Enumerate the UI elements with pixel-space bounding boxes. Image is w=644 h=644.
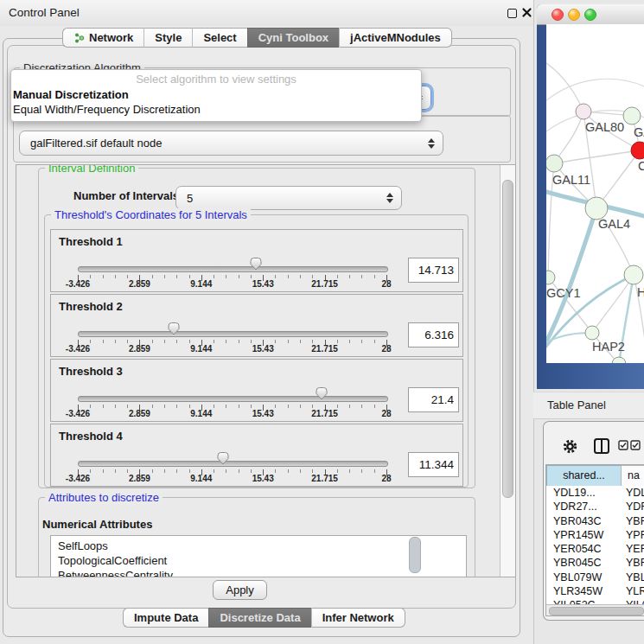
table-cell[interactable]: YDR27... [553,500,597,513]
tab-discretize-data[interactable]: Discretize Data [208,608,310,628]
algorithm-option-manual-discretization[interactable]: Manual Discretization [11,87,421,102]
table-cell[interactable]: YDR27 [626,500,644,513]
table-cell[interactable]: YLR34 [626,584,644,598]
checkbox-checked-icon[interactable] [618,440,628,450]
threshold-panel: Threshold 1 -3.4262.8599.14415.4321.7152… [50,229,463,292]
checkbox-checked-icon[interactable] [630,440,641,450]
tick-mark [239,340,239,343]
threshold-slider-thumb[interactable] [215,450,231,466]
table-cell[interactable]: YPR14 [626,528,644,542]
algorithm-option-equal-width-frequency-discretization[interactable]: Equal Width/Frequency Discretization [11,102,421,117]
tab-style[interactable]: Style [143,28,192,48]
table-cell[interactable]: YIL05 [626,598,644,604]
table-row[interactable]: YER054CYER05 [546,542,644,556]
node-label: C [638,159,644,173]
table-cell[interactable]: YLR345W [553,584,603,598]
split-view-icon[interactable] [593,437,610,455]
table-row[interactable]: YPR145WYPR14 [546,528,644,542]
attribute-item-betweennesscentrality[interactable]: BetweennessCentrality [51,568,466,577]
threshold-slider-track[interactable] [78,266,388,272]
tick-mark [189,405,190,408]
threshold-2-value-field[interactable]: 6.316 [408,322,459,348]
apply-button[interactable]: Apply [213,580,267,600]
tick-label: 21.715 [311,409,338,418]
tick-mark [115,275,116,278]
table-row[interactable]: YDL19...YDL19 [546,486,644,500]
table-cell[interactable]: YPR145W [553,528,603,542]
number-of-intervals-combo[interactable]: 5 [175,186,402,210]
table-cell[interactable]: YDL19 [626,486,644,500]
close-traffic-light[interactable] [552,9,564,21]
network-node[interactable] [576,104,591,119]
network-node[interactable] [546,271,555,284]
vertical-scrollbar-thumb[interactable] [502,180,513,498]
table-cell[interactable]: YBR04 [626,556,644,570]
horizontal-scrollbar-thumb[interactable] [549,607,644,615]
network-canvas[interactable]: GAL80GACGAL11GAL4GCY1HHAP2 [546,24,644,363]
table-cell[interactable]: YBR045C [553,556,602,570]
tick-mark [90,275,91,278]
gear-icon[interactable] [561,437,579,456]
close-icon[interactable] [521,7,532,18]
attributes-list-scrollbar-thumb[interactable] [409,537,421,573]
threshold-slider-track[interactable] [78,461,388,467]
threshold-3-value-field[interactable]: 21.4 [408,387,459,412]
node-label: GCY1 [546,286,581,300]
table-row[interactable]: YBR043CYBR04 [546,514,644,528]
threshold-slider-track[interactable] [78,396,388,402]
tick-label: 28 [381,409,391,418]
threshold-slider-thumb[interactable] [248,256,264,271]
minimize-traffic-light[interactable] [568,9,580,21]
float-window-icon[interactable] [507,9,517,18]
network-node[interactable] [585,326,599,340]
table-row[interactable]: YLR345WYLR34 [546,584,644,598]
algorithm-hint-item[interactable]: Select algorithm to view settings [11,70,421,87]
table-cell[interactable]: YIL052C [553,598,596,604]
network-node[interactable] [546,155,563,172]
tab-network[interactable]: Network [62,28,143,48]
table-cell[interactable]: YER054C [553,542,602,556]
threshold-4-value-field[interactable]: 11.344 [408,452,459,477]
tick-mark [189,469,190,473]
network-node[interactable] [624,265,643,284]
tick-mark [214,405,214,408]
tick-mark [127,275,128,278]
table-cell[interactable]: YBL079W [553,571,602,584]
threshold-1-value-field[interactable]: 14.713 [408,258,459,283]
table-data-combo-box[interactable]: galFiltered.sif default node [19,131,443,156]
tick-mark [226,275,226,278]
table-row[interactable]: YDR27...YDR27 [546,500,644,513]
horizontal-scrollbar-track[interactable] [546,604,644,616]
tick-mark [226,405,226,408]
network-node[interactable] [623,107,641,124]
table-cell[interactable]: YDL19... [553,486,596,500]
column-header-shared-name[interactable]: shared... [546,465,622,487]
tab-cyni-toolbox[interactable]: Cyni Toolbox [247,28,339,48]
table-cell[interactable]: YER05 [626,542,644,556]
network-node[interactable] [631,142,644,159]
tab-select[interactable]: Select [192,28,246,48]
column-header-name[interactable]: na [621,465,644,487]
table-cell[interactable]: YBL07 [626,571,644,584]
threshold-slider-track[interactable] [78,331,388,337]
algorithm-dropdown-popup: Select algorithm to view settings Manual… [10,69,422,122]
tab-jactivemnodules[interactable]: jActiveMNodules [339,28,452,48]
zoom-traffic-light[interactable] [584,9,596,21]
tab-label: Style [155,31,182,44]
tab-infer-network[interactable]: Infer Network [311,608,405,628]
tick-mark [349,340,350,343]
attribute-item-selfloops[interactable]: SelfLoops [51,536,466,553]
attribute-item-topologicalcoefficient[interactable]: TopologicalCoefficient [51,553,466,568]
table-viewport: shared... na YDL19...YDL19YDR27...YDR27Y… [545,464,644,616]
threshold-slider-thumb[interactable] [314,386,329,401]
tick-mark [288,469,289,473]
tab-impute-data[interactable]: Impute Data [123,608,208,628]
table-cell[interactable]: YBR04 [626,514,644,528]
table-row[interactable]: YIL052CYIL05 [546,598,644,604]
tick-mark [103,469,104,473]
tick-mark [239,469,239,473]
threshold-slider-thumb[interactable] [166,321,182,336]
table-cell[interactable]: YBR043C [553,514,602,528]
table-row[interactable]: YBL079WYBL07 [546,571,644,584]
table-row[interactable]: YBR045CYBR04 [546,556,644,570]
